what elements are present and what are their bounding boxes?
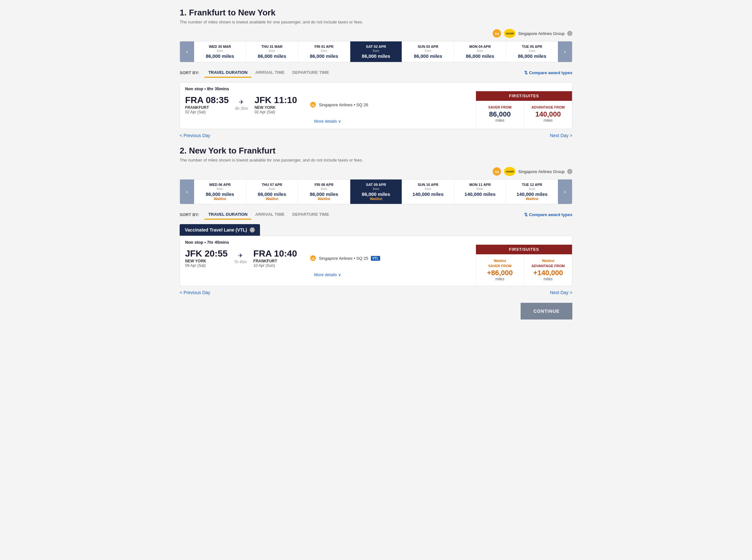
date-cell-2-6[interactable]: TUE 12 APR from 140,000 miles Waitlist xyxy=(506,180,558,204)
depart-time-2: JFK 20:55 xyxy=(185,248,228,259)
carousel-prev-1[interactable]: ‹ xyxy=(180,41,194,62)
arrive-date-2: 10 Apr (Sun) xyxy=(253,263,297,268)
depart-time-1: FRA 08:35 xyxy=(185,95,229,105)
date-cells-2: WED 06 APR from 86,000 miles Waitlist TH… xyxy=(194,180,558,204)
advantage-unit-1: miles xyxy=(527,118,570,123)
flight-card-2-body: JFK 20:55 NEW YORK 09 Apr (Sat) ✈ 7h 45m… xyxy=(180,245,572,286)
more-details-1[interactable]: More details ∨ xyxy=(314,116,342,127)
prev-day-2[interactable]: < Previous Day xyxy=(180,290,210,295)
date-cell-1-3[interactable]: SAT 02 APR from 86,000 miles xyxy=(350,41,402,62)
date-cell-1-1[interactable]: THU 31 MAR from 86,000 miles xyxy=(246,41,298,62)
flight-route-2: JFK 20:55 NEW YORK 09 Apr (Sat) ✈ 7h 45m… xyxy=(185,248,470,268)
depart-info-1: FRA 08:35 FRANKFURT 02 Apr (Sat) xyxy=(185,95,229,114)
award-panel-2: FIRST/SUITES Waitlist SAVER FROM +86,000… xyxy=(476,245,572,286)
saver-label-2: SAVER FROM xyxy=(479,264,521,268)
carousel-next-1[interactable]: › xyxy=(558,41,572,62)
date-cell-1-6[interactable]: TUE 05 APR from 86,000 miles xyxy=(506,41,558,62)
vtl-banner: Vaccinated Travel Lane (VTL) i xyxy=(180,224,260,236)
sg-airline-logo-2: SQ xyxy=(492,167,501,176)
arrive-time-2: FRA 10:40 xyxy=(253,248,297,259)
date-cell-1-2[interactable]: FRI 01 APR from 86,000 miles xyxy=(298,41,350,62)
compare-award-types-2[interactable]: ⇅ Compare award types xyxy=(524,212,572,217)
advantage-unit-2: miles xyxy=(527,277,570,281)
advantage-miles-1: 140,000 xyxy=(527,111,570,118)
day-nav-2: < Previous Day Next Day > xyxy=(180,290,572,295)
advantage-waitlist-label-2: Waitlist xyxy=(527,259,570,263)
carousel-next-2[interactable]: › xyxy=(558,180,572,204)
chevron-down-icon-2: ∨ xyxy=(338,272,341,277)
sort-icon-1: ⇅ xyxy=(524,70,528,75)
section-1: 1. Frankfurt to New York The number of m… xyxy=(180,8,572,138)
airlines-row-1: SQ scoot Singapore Airlines Group i xyxy=(180,29,572,38)
advantage-col-1: ADVANTAGE FROM 140,000 miles xyxy=(524,101,572,127)
vtl-info-icon[interactable]: i xyxy=(250,227,255,233)
svg-text:SQ: SQ xyxy=(495,170,499,174)
saver-unit-1: miles xyxy=(479,118,521,123)
sort-departure-time-2[interactable]: DEPARTURE TIME xyxy=(288,209,333,220)
section-2: 2. New York to Frankfurt The number of m… xyxy=(180,146,572,295)
sort-by-label-1: SORT BY: xyxy=(180,70,199,75)
advantage-miles-2: +140,000 xyxy=(527,269,570,277)
date-cell-1-4[interactable]: SUN 03 APR from 86,000 miles xyxy=(402,41,454,62)
date-cell-2-0[interactable]: WED 06 APR from 86,000 miles Waitlist xyxy=(194,180,246,204)
airline-info-icon-1[interactable]: i xyxy=(567,31,572,36)
airline-group-label-2: Singapore Airlines Group xyxy=(518,169,565,174)
sort-arrival-time-2[interactable]: ARRIVAL TIME xyxy=(251,209,288,220)
date-cell-1-0[interactable]: WED 30 MAR from 86,000 miles xyxy=(194,41,246,62)
arrive-info-2: FRA 10:40 FRANKFURT 10 Apr (Sun) xyxy=(253,248,297,268)
section-1-title: 1. Frankfurt to New York xyxy=(180,8,572,18)
next-day-2[interactable]: Next Day > xyxy=(550,290,572,295)
section-2-title: 2. New York to Frankfurt xyxy=(180,146,572,156)
svg-text:SQ: SQ xyxy=(311,104,315,106)
date-cell-2-4[interactable]: SUN 10 APR from 140,000 miles xyxy=(402,180,454,204)
advantage-col-2: Waitlist ADVANTAGE FROM +140,000 miles xyxy=(524,254,572,286)
award-columns-1: SAVER FROM 86,000 miles ADVANTAGE FROM 1… xyxy=(476,101,572,127)
airline-group-label-1: Singapore Airlines Group xyxy=(518,31,565,36)
advantage-label-2: ADVANTAGE FROM xyxy=(527,264,570,268)
next-day-1[interactable]: Next Day > xyxy=(550,133,572,138)
sort-travel-duration-1[interactable]: TRAVEL DURATION xyxy=(205,67,251,78)
date-from: from xyxy=(195,49,245,53)
airline-label-1: Singapore Airlines • SQ 26 xyxy=(319,102,368,107)
date-cell-2-5[interactable]: MON 11 APR from 140,000 miles xyxy=(454,180,506,204)
date-cell-2-1[interactable]: THU 07 APR from 86,000 miles Waitlist xyxy=(246,180,298,204)
flight-card-1: Non stop • 8hr 35mins FRA 08:35 FRANKFUR… xyxy=(180,82,572,129)
advantage-label-1: ADVANTAGE FROM xyxy=(527,105,570,109)
more-details-2[interactable]: More details ∨ xyxy=(314,270,342,281)
vtl-badge: VTL xyxy=(371,256,380,261)
scoot-airline-logo: scoot xyxy=(504,29,516,38)
duration-1: 8h 35m xyxy=(235,106,248,111)
date-cell-2-3[interactable]: SAT 09 APR from 86,000 miles Waitlist xyxy=(350,180,402,204)
depart-date-2: 09 Apr (Sat) xyxy=(185,263,228,268)
sg-airline-logo: SQ xyxy=(492,29,501,38)
prev-day-1[interactable]: < Previous Day xyxy=(180,133,210,138)
sort-arrival-time-1[interactable]: ARRIVAL TIME xyxy=(251,67,288,78)
continue-bar: CONTINUE xyxy=(180,303,572,320)
depart-city-2: NEW YORK xyxy=(185,259,228,263)
flight-card-2-header: Non stop • 7hr 45mins xyxy=(180,236,572,245)
carousel-prev-2[interactable]: ‹ xyxy=(180,180,194,204)
award-header-2: FIRST/SUITES xyxy=(476,245,572,254)
award-panel-1: FIRST/SUITES SAVER FROM 86,000 miles ADV… xyxy=(476,91,572,129)
sort-by-label-2: SORT BY: xyxy=(180,212,199,217)
arrive-date-1: 02 Apr (Sat) xyxy=(254,110,297,114)
compare-award-types-1[interactable]: ⇅ Compare award types xyxy=(524,70,572,75)
continue-button[interactable]: CONTINUE xyxy=(521,303,572,320)
arrive-city-1: NEW YORK xyxy=(254,105,297,110)
date-cell-2-2[interactable]: FRI 08 APR from 86,000 miles Waitlist xyxy=(298,180,350,204)
svg-text:SQ: SQ xyxy=(495,32,499,35)
saver-col-1: SAVER FROM 86,000 miles xyxy=(476,101,524,127)
duration-2: 7h 45m xyxy=(234,260,247,264)
route-middle-2: ✈ 7h 45m xyxy=(234,252,247,264)
airline-label-2: Singapore Airlines • SQ 25 xyxy=(319,256,368,261)
airline-info-icon-2[interactable]: i xyxy=(567,169,572,174)
sort-departure-time-1[interactable]: DEPARTURE TIME xyxy=(288,67,333,78)
date-miles: 86,000 miles xyxy=(195,53,245,59)
sort-icon-2: ⇅ xyxy=(524,212,528,217)
depart-date-1: 02 Apr (Sat) xyxy=(185,110,229,114)
airlines-row-2: SQ scoot Singapore Airlines Group i xyxy=(180,167,572,176)
sort-travel-duration-2[interactable]: TRAVEL DURATION xyxy=(205,209,251,220)
award-header-1: FIRST/SUITES xyxy=(476,91,572,101)
section-2-subtitle: The number of miles shown is lowest avai… xyxy=(180,158,572,162)
date-cell-1-5[interactable]: MON 04 APR from 86,000 miles xyxy=(454,41,506,62)
